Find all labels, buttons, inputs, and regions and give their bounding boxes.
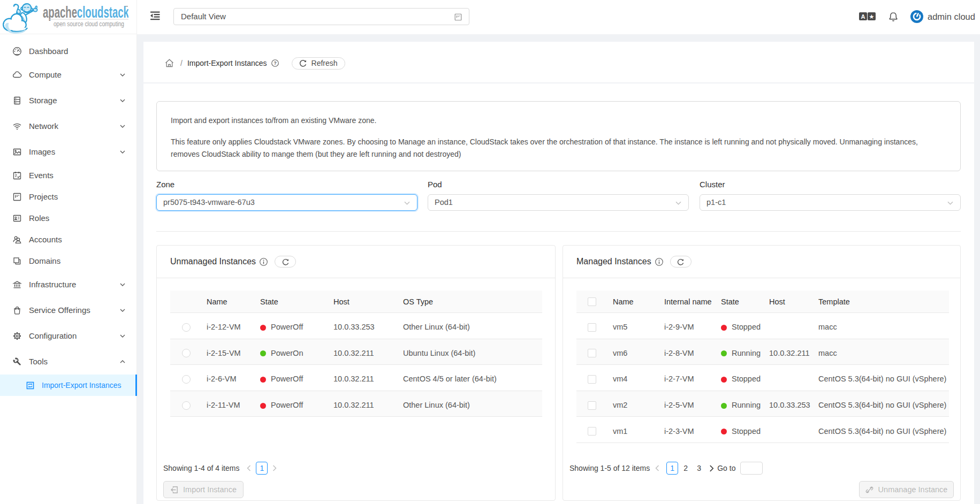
svg-text:cloudstack: cloudstack [77,3,128,21]
svg-text:?: ? [274,60,276,66]
svg-text:A: A [861,13,865,20]
svg-text:open source cloud computing: open source cloud computing [54,20,124,28]
svg-text:apache: apache [43,3,77,21]
svg-text:★: ★ [869,13,874,20]
